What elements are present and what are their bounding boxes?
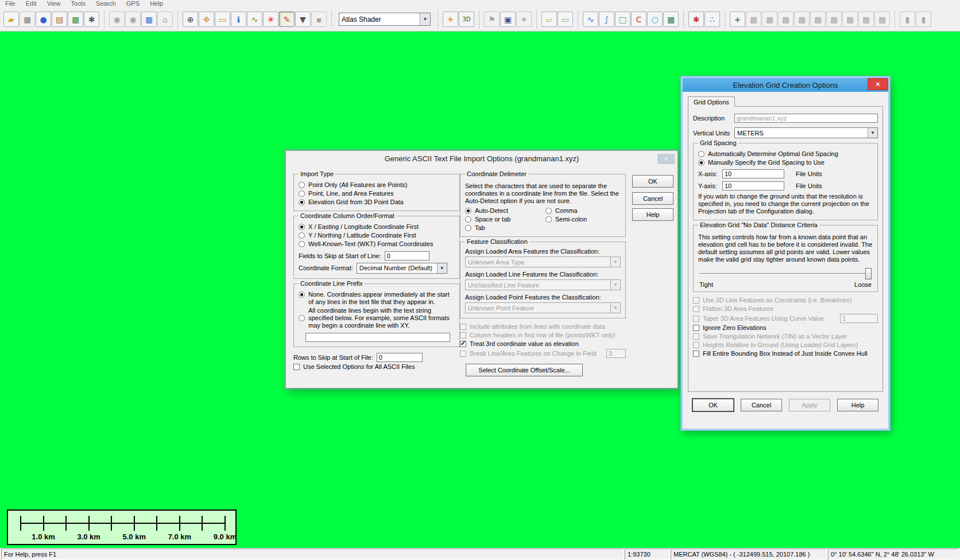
- shader-select[interactable]: Atlas Shader▼: [339, 13, 431, 26]
- deselect-features-button[interactable]: ▮: [916, 11, 931, 27]
- radio-auto-spacing[interactable]: Automatically Determine Optimal Grid Spa…: [698, 150, 873, 158]
- ok-button[interactable]: OK: [692, 399, 734, 411]
- create-area-feature-button[interactable]: ▱: [541, 11, 557, 27]
- create-spline-button[interactable]: ∫: [599, 11, 614, 27]
- grid-options-panel: Description Vertical Units METERS ▼ Grid…: [688, 106, 883, 392]
- radio-space-tab[interactable]: Space or tab: [465, 216, 545, 223]
- create-regular-grid-button[interactable]: ▦: [663, 11, 679, 27]
- rows-to-skip-input[interactable]: [377, 353, 423, 362]
- menu-item-view[interactable]: View: [42, 0, 66, 7]
- close-icon[interactable]: ×: [868, 78, 888, 90]
- cut-feature-button[interactable]: ▩: [778, 11, 793, 27]
- digitizer-tool-button[interactable]: ✎: [279, 11, 295, 27]
- save-file-button[interactable]: ■: [20, 11, 35, 27]
- radio-manual-spacing[interactable]: Manually Specify the Grid Spacing to Use: [698, 159, 873, 166]
- lock-views-button[interactable]: ▪: [311, 11, 327, 27]
- zoom-next-button[interactable]: ◉: [125, 11, 141, 27]
- edit-feature-button[interactable]: ▩: [746, 11, 761, 27]
- rotate-feature-button[interactable]: ▩: [842, 11, 858, 27]
- menu-item-tools[interactable]: Tools: [65, 0, 91, 7]
- checkbox-break-on-field: Break Line/Area Features on Change in Fi…: [460, 349, 626, 358]
- radio-tab[interactable]: Tab: [465, 224, 545, 232]
- chevron-down-icon[interactable]: ▼: [420, 13, 430, 25]
- radio-comma[interactable]: Comma: [545, 207, 621, 215]
- vertical-units-select[interactable]: METERS ▼: [734, 127, 878, 138]
- configuration-button[interactable]: ✱: [84, 11, 99, 27]
- checkbox-use-all-ascii[interactable]: Use Selected Options for All ASCII Files: [293, 363, 460, 371]
- split-feature-button[interactable]: ▩: [826, 11, 842, 27]
- copy-feature-button[interactable]: ▩: [858, 11, 874, 27]
- radio-auto-detect[interactable]: Auto-Detect: [465, 207, 545, 215]
- menu-item-gps[interactable]: GPS: [121, 0, 145, 7]
- checkbox-treat-3rd-elevation[interactable]: Treat 3rd coordinate value as elevation: [460, 340, 626, 348]
- create-range-rings-button[interactable]: ✱: [688, 11, 704, 27]
- create-concentric-circles-button[interactable]: ○: [647, 11, 663, 27]
- dialog-grid-titlebar[interactable]: Elevation Grid Creation Options ×: [683, 78, 888, 92]
- slider-handle[interactable]: [865, 268, 872, 279]
- help-button[interactable]: Help: [632, 208, 673, 221]
- cancel-button[interactable]: Cancel: [632, 192, 673, 205]
- checkbox-fill-bounding-box[interactable]: Fill Entire Bounding Box Instead of Just…: [693, 350, 878, 357]
- radio-x-first[interactable]: X / Easting / Longitude Coordinate First: [299, 223, 455, 231]
- view-shed-tool-button[interactable]: ✳: [263, 11, 278, 27]
- no-data-slider[interactable]: [699, 268, 872, 280]
- trim-feature-button[interactable]: ▩: [794, 11, 810, 27]
- open-image-button[interactable]: ▦: [141, 11, 157, 27]
- create-line-feature-button[interactable]: ∿: [583, 11, 598, 27]
- measure-tool-button[interactable]: ▭: [215, 11, 230, 27]
- radio-prefix-text[interactable]: All coordinate lines begin with the text…: [299, 307, 455, 329]
- path-profile-tool-button[interactable]: ∿: [247, 11, 262, 27]
- tab-grid-options[interactable]: Grid Options: [688, 96, 735, 107]
- select-features-button[interactable]: ▮: [900, 11, 915, 27]
- dialog-ascii-titlebar[interactable]: Generic ASCII Text File Import Options (…: [286, 151, 678, 166]
- download-online-data-button[interactable]: ●: [36, 11, 51, 27]
- radio-point-only[interactable]: Point Only (All Features are Points): [299, 181, 455, 189]
- checkbox-ignore-zero[interactable]: Ignore Zero Elevations: [693, 324, 878, 332]
- create-cogo-feature-button[interactable]: C: [631, 11, 647, 27]
- radio-point-line-area[interactable]: Point, Line, and Area Features: [299, 190, 455, 197]
- zoom-tool-button[interactable]: ⊕: [183, 11, 198, 27]
- insert-vertex-button[interactable]: +: [730, 11, 745, 27]
- pan-tool-button[interactable]: ✥: [199, 11, 214, 27]
- close-icon[interactable]: ×: [657, 154, 675, 164]
- radio-y-first[interactable]: Y / Northing / Latitude Coordinate First: [299, 232, 455, 239]
- menu-item-search[interactable]: Search: [91, 0, 121, 7]
- y-axis-input[interactable]: [722, 181, 784, 190]
- prefix-input[interactable]: [305, 333, 450, 342]
- create-point-label-button[interactable]: ▭: [558, 11, 573, 27]
- radio-semi-colon[interactable]: Semi-colon: [545, 216, 621, 223]
- help-button[interactable]: Help: [837, 399, 878, 411]
- gps-device-button[interactable]: ▣: [500, 11, 516, 27]
- offset-scale-button[interactable]: Select Coordinate Offset/Scale...: [466, 364, 583, 376]
- coordinate-format-select[interactable]: Decimal Number (Default) ▼: [357, 263, 447, 274]
- digitizer-menu-button[interactable]: ▼: [295, 11, 311, 27]
- group-line-prefix: Coordinate Line Prefix None. Coordinates…: [293, 283, 460, 347]
- open-file-button[interactable]: ▰: [3, 11, 19, 27]
- chevron-down-icon[interactable]: ▼: [868, 128, 877, 138]
- ok-button[interactable]: OK: [632, 175, 673, 188]
- create-rectangle-button[interactable]: □: [615, 11, 630, 27]
- create-point-features-button[interactable]: ∴: [704, 11, 720, 27]
- menu-item-file[interactable]: File: [0, 0, 21, 7]
- menu-item-edit[interactable]: Edit: [21, 0, 42, 7]
- x-axis-input[interactable]: [722, 169, 784, 178]
- gps-mark-waypoint-button[interactable]: ✶: [516, 11, 532, 27]
- radio-prefix-none[interactable]: None. Coordinates appear immediately at …: [299, 291, 455, 306]
- gps-start-button[interactable]: ⚑: [484, 11, 500, 27]
- menu-item-help[interactable]: Help: [145, 0, 168, 7]
- feature-info-tool-button[interactable]: ℹ: [231, 11, 246, 27]
- chevron-down-icon[interactable]: ▼: [437, 263, 447, 273]
- shader-options-button[interactable]: ☀: [443, 11, 458, 27]
- map-layout-button[interactable]: ▦: [68, 11, 83, 27]
- cancel-button[interactable]: Cancel: [741, 399, 782, 411]
- move-feature-button[interactable]: ▩: [762, 11, 777, 27]
- radio-elevation-grid[interactable]: Elevation Grid from 3D Point Data: [299, 199, 455, 206]
- fields-to-skip-input[interactable]: [385, 251, 429, 260]
- radio-wkt[interactable]: Well-Known-Text (WKT) Format Coordinates: [299, 240, 455, 248]
- paste-feature-button[interactable]: ▩: [874, 11, 890, 27]
- zoom-previous-button[interactable]: ◉: [109, 11, 125, 27]
- home-view-button[interactable]: ⌂: [157, 11, 173, 27]
- combine-features-button[interactable]: ▩: [810, 11, 826, 27]
- view-3d-button[interactable]: 3D: [459, 11, 474, 27]
- metadata-button[interactable]: ▤: [52, 11, 67, 27]
